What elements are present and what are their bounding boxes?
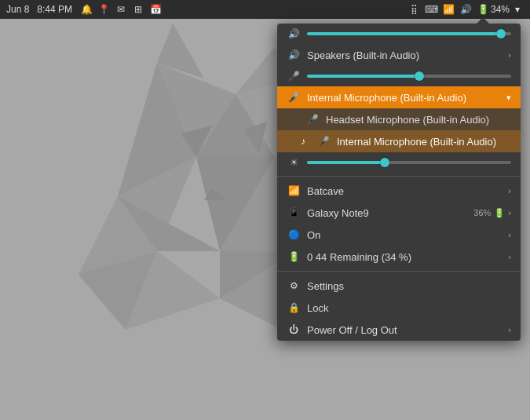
internal-mic-dropdown: ▾ (506, 93, 511, 103)
internal-mic2-icon: 🎤 (316, 134, 331, 148)
volume-thumb (496, 29, 506, 38)
dropdown-arrow[interactable]: ▾ (511, 3, 524, 16)
brightness-slider-row[interactable]: ☀ (277, 152, 521, 173)
mic-fill (307, 75, 419, 78)
speakers-label: Speakers (Built-in Audio) (307, 49, 508, 61)
volume-icon[interactable]: 🔊 (459, 3, 472, 16)
wifi-row[interactable]: 📶 Batcave › (277, 180, 521, 202)
wifi-label: Batcave (307, 185, 508, 197)
divider-1 (277, 176, 521, 177)
headset-mic-label: Headset Microphone (Built-in Audio) (326, 114, 511, 126)
speaker-icon: 🔊 (287, 48, 301, 62)
dropdown-caret (477, 17, 489, 24)
phone-battery: 36% (473, 208, 491, 217)
lock-label: Lock (307, 302, 511, 314)
headset-mic-icon: 🎤 (305, 112, 320, 126)
panel-time: 8:44 PM (37, 4, 72, 15)
divider-2 (277, 271, 521, 272)
bluetooth-row[interactable]: 🔵 On › (277, 224, 521, 246)
wifi-icon[interactable]: 📶 (442, 3, 455, 16)
system-tray-menu: 🔊 🔊 Speakers (Built-in Audio) › 🎤 🎤 Inte… (277, 24, 521, 341)
battery-percent: 34% (494, 3, 506, 16)
lock-icon: 🔒 (287, 301, 301, 315)
internal-mic2-label: Internal Microphone (Built-in Audio) (337, 136, 511, 148)
brightness-thumb (380, 158, 389, 167)
music-note-icon: ♪ (296, 134, 310, 148)
phone-label: Galaxy Note9 (307, 207, 473, 219)
mail-icon[interactable]: ✉ (115, 3, 127, 16)
keyboard-icon[interactable]: ⌨ (425, 3, 437, 16)
power-arrow: › (508, 325, 511, 334)
brightness-track[interactable] (307, 161, 511, 164)
bluetooth-label: On (307, 229, 508, 241)
mic-slider-row[interactable]: 🎤 (277, 66, 521, 86)
settings-icon: ⚙ (287, 279, 301, 293)
settings-label: Settings (307, 280, 511, 292)
apps-icon[interactable]: ⣿ (408, 3, 420, 16)
brightness-icon: ☀ (287, 157, 301, 168)
battery-row-icon: 🔋 (287, 250, 301, 264)
internal-mic-icon: 🎤 (287, 90, 301, 104)
panel-left: Jun 8 8:44 PM 🔔 📍 ✉ ⊞ 📅 (6, 3, 162, 16)
battery-icon[interactable]: 🔋 (477, 3, 489, 16)
top-panel: Jun 8 8:44 PM 🔔 📍 ✉ ⊞ 📅 ⣿ ⌨ 📶 🔊 🔋 34% ▾ (0, 0, 530, 19)
grid-icon[interactable]: ⊞ (132, 3, 144, 16)
phone-battery-icon: 🔋 (494, 208, 505, 218)
volume-fill (307, 32, 501, 35)
volume-track[interactable] (307, 32, 511, 35)
panel-date: Jun 8 (6, 4, 29, 15)
mic-thumb (415, 71, 424, 81)
bluetooth-icon: 🔵 (287, 228, 301, 242)
brightness-fill (307, 161, 385, 164)
power-row[interactable]: ⏻ Power Off / Log Out › (277, 319, 521, 341)
speakers-row[interactable]: 🔊 Speakers (Built-in Audio) › (277, 44, 521, 66)
volume-slider-row[interactable]: 🔊 (277, 24, 521, 44)
mic-track[interactable] (307, 75, 511, 78)
headset-mic-row[interactable]: 🎤 Headset Microphone (Built-in Audio) (277, 108, 521, 130)
lock-row[interactable]: 🔒 Lock (277, 297, 521, 319)
calendar-icon[interactable]: 📅 (149, 3, 162, 16)
internal-mic-label: Internal Microphone (Built-in Audio) (307, 92, 506, 104)
phone-icon: 📱 (287, 206, 301, 220)
notification-icon[interactable]: 🔔 (80, 3, 93, 16)
wifi-row-icon: 📶 (287, 184, 301, 198)
battery-label: 0 44 Remaining (34 %) (307, 251, 508, 263)
speakers-arrow: › (508, 50, 511, 60)
internal-mic2-row[interactable]: ♪ 🎤 Internal Microphone (Built-in Audio) (277, 130, 521, 152)
phone-row[interactable]: 📱 Galaxy Note9 36% 🔋 › (277, 202, 521, 224)
bluetooth-arrow: › (508, 230, 511, 239)
panel-right: ⣿ ⌨ 📶 🔊 🔋 34% ▾ (408, 3, 524, 16)
internal-mic-row[interactable]: 🎤 Internal Microphone (Built-in Audio) ▾ (277, 86, 521, 108)
location-icon[interactable]: 📍 (97, 3, 110, 16)
settings-row[interactable]: ⚙ Settings (277, 275, 521, 297)
mic-slider-icon: 🎤 (287, 71, 301, 82)
battery-row[interactable]: 🔋 0 44 Remaining (34 %) › (277, 246, 521, 268)
volume-slider-icon: 🔊 (287, 28, 301, 39)
wifi-arrow: › (508, 186, 511, 195)
battery-arrow: › (508, 252, 511, 261)
power-icon: ⏻ (287, 323, 301, 337)
power-label: Power Off / Log Out (307, 324, 508, 336)
phone-arrow: › (508, 208, 511, 217)
